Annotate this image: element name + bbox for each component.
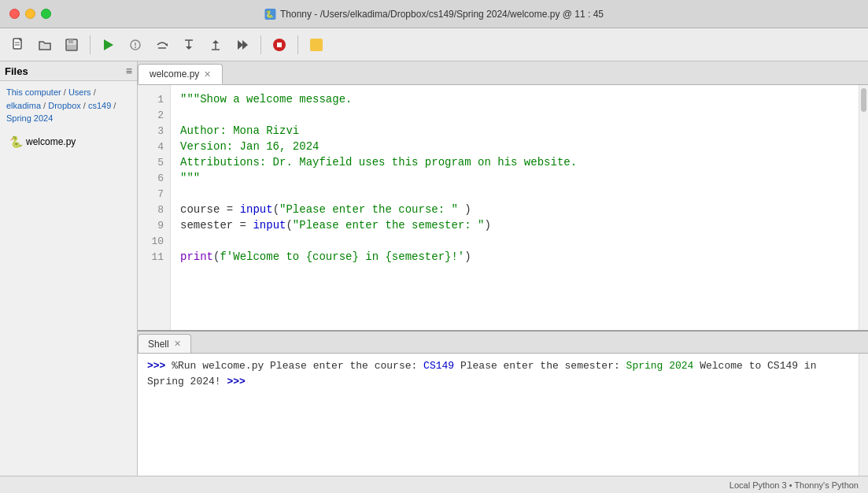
tab-shell[interactable]: Shell ✕: [138, 334, 191, 353]
line-num-1: 1: [138, 91, 170, 107]
save-button[interactable]: [60, 33, 83, 57]
editor-pane: welcome.py ✕ 1 2 3 4 5 6 7 8 9 10 11 """…: [138, 61, 868, 476]
shell-tab-close-icon[interactable]: ✕: [174, 339, 181, 349]
window-title: Thonny - /Users/elkadima/Dropbox/cs149/S…: [280, 9, 604, 20]
shell-tab-label: Shell: [148, 339, 169, 350]
sidebar: Files ≡ This computer / Users / elkadima…: [0, 61, 138, 476]
files-menu-icon[interactable]: ≡: [126, 65, 132, 77]
line-num-11: 11: [138, 249, 170, 265]
titlebar: 🐍 Thonny - /Users/elkadima/Dropbox/cs149…: [0, 0, 868, 28]
files-panel-header: Files ≡: [0, 61, 137, 81]
titlebar-center: 🐍 Thonny - /Users/elkadima/Dropbox/cs149…: [264, 9, 604, 20]
line-num-3: 3: [138, 123, 170, 139]
line-num-10: 10: [138, 233, 170, 249]
editor-tab-bar: welcome.py ✕: [138, 61, 868, 85]
line-numbers: 1 2 3 4 5 6 7 8 9 10 11: [138, 85, 171, 330]
tab-close-icon[interactable]: ✕: [204, 69, 211, 80]
flag-button[interactable]: [305, 33, 328, 57]
sidebar-files: 🐍 welcome.py: [0, 130, 137, 476]
shell-content[interactable]: >>> %Run welcome.py Please enter the cou…: [138, 354, 868, 476]
files-label: Files: [5, 65, 28, 77]
stop-button[interactable]: [268, 33, 291, 57]
breadcrumb: This computer / Users / elkadima / Dropb…: [0, 81, 137, 130]
resume-button[interactable]: [231, 33, 254, 57]
line-num-5: 5: [138, 154, 170, 170]
python-file-icon: 🐍: [9, 135, 23, 148]
breadcrumb-this-computer[interactable]: This computer: [6, 87, 61, 97]
line-num-4: 4: [138, 139, 170, 154]
shell-tab-bar: Shell ✕: [138, 332, 868, 354]
file-item-welcome-py[interactable]: 🐍 welcome.py: [6, 133, 131, 150]
statusbar: Local Python 3 • Thonny's Python: [0, 476, 868, 493]
line-num-7: 7: [138, 186, 170, 202]
fullscreen-button[interactable]: [41, 9, 51, 19]
run-button[interactable]: [97, 33, 120, 57]
svg-rect-22: [310, 39, 323, 51]
editor-scrollbar-thumb[interactable]: [861, 88, 866, 112]
svg-marker-18: [238, 40, 243, 50]
line-num-9: 9: [138, 217, 170, 233]
step-into-button[interactable]: [177, 33, 201, 57]
minimize-button[interactable]: [25, 9, 35, 19]
code-content[interactable]: """Show a welcome message. Author: Mona …: [171, 85, 859, 330]
svg-rect-5: [67, 45, 76, 50]
file-name: welcome.py: [26, 136, 76, 147]
breadcrumb-users[interactable]: Users: [68, 87, 91, 97]
svg-marker-6: [104, 39, 113, 50]
svg-rect-21: [277, 43, 282, 47]
traffic-lights: [9, 9, 51, 19]
tab-label: welcome.py: [150, 69, 199, 80]
line-num-2: 2: [138, 107, 170, 123]
separator-2: [260, 35, 261, 54]
new-button[interactable]: [6, 33, 30, 57]
line-num-8: 8: [138, 202, 170, 217]
open-button[interactable]: [33, 33, 57, 57]
svg-marker-19: [242, 40, 248, 50]
toolbar: [0, 28, 868, 61]
statusbar-text: Local Python 3 • Thonny's Python: [729, 480, 859, 490]
step-out-button[interactable]: [204, 33, 227, 57]
shell-text[interactable]: >>> %Run welcome.py Please enter the cou…: [138, 354, 859, 476]
breadcrumb-elkadima[interactable]: elkadima: [6, 101, 41, 110]
tab-welcome-py[interactable]: welcome.py ✕: [138, 64, 223, 84]
shell-scrollbar[interactable]: [859, 354, 868, 476]
breadcrumb-cs149[interactable]: cs149: [88, 101, 111, 110]
editor-scrollbar[interactable]: [859, 85, 868, 330]
line-num-6: 6: [138, 170, 170, 186]
svg-marker-16: [212, 40, 219, 43]
svg-marker-13: [186, 46, 192, 50]
breadcrumb-dropbox[interactable]: Dropbox: [48, 101, 81, 110]
main-content: Files ≡ This computer / Users / elkadima…: [0, 61, 868, 476]
app-icon: 🐍: [264, 9, 275, 20]
separator-1: [90, 35, 90, 54]
step-over-button[interactable]: [150, 33, 174, 57]
close-button[interactable]: [9, 9, 20, 19]
svg-point-9: [135, 46, 136, 48]
svg-rect-4: [68, 39, 73, 43]
debug-button[interactable]: [124, 33, 147, 57]
shell-area: Shell ✕ >>> %Run welcome.py Please enter…: [138, 330, 868, 476]
separator-3: [297, 35, 298, 54]
editor-area[interactable]: 1 2 3 4 5 6 7 8 9 10 11 """Show a welcom…: [138, 85, 868, 330]
breadcrumb-spring2024[interactable]: Spring 2024: [6, 113, 53, 123]
